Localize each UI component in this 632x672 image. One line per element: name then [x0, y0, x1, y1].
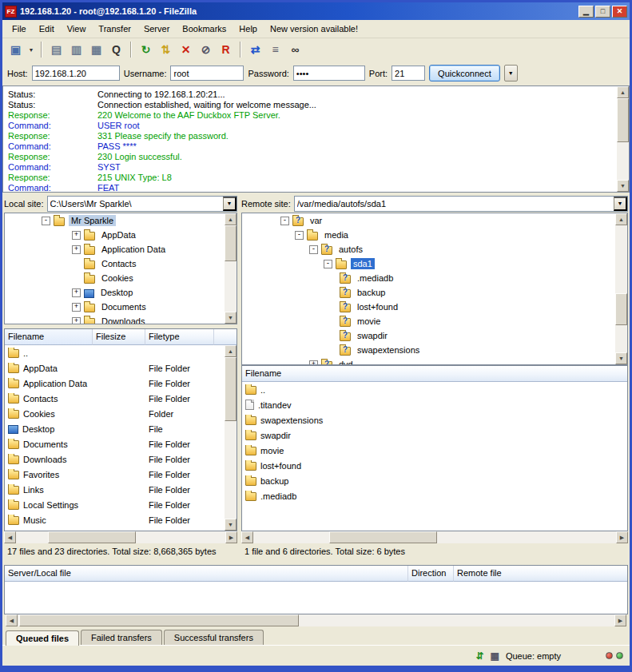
collapse-icon[interactable]	[295, 231, 304, 240]
scroll-down-icon[interactable]: ▼	[225, 519, 237, 531]
reconnect-icon[interactable]: R	[217, 41, 235, 58]
panel-icon[interactable]: ▦	[491, 650, 499, 662]
tree-item[interactable]: Cookies	[5, 271, 237, 285]
tab-successful-transfers[interactable]: Successful transfers	[164, 630, 264, 645]
host-input[interactable]	[32, 66, 120, 81]
file-row[interactable]: .mediadb	[242, 488, 627, 503]
find-files-icon[interactable]: ∞	[286, 41, 304, 58]
tab-queued-files[interactable]: Queued files	[6, 630, 79, 646]
tree-item-label[interactable]: backup	[355, 287, 388, 298]
file-row[interactable]: backup	[242, 473, 627, 488]
collapse-icon[interactable]	[42, 217, 50, 225]
quickconnect-dropdown-icon[interactable]: ▼	[504, 65, 518, 82]
tree-item[interactable]: dvd	[242, 357, 627, 365]
tree-item[interactable]: Desktop	[5, 285, 237, 300]
file-row[interactable]: MusicFile Folder	[5, 512, 237, 527]
tree-item[interactable]: .mediadb	[242, 271, 627, 285]
expand-icon[interactable]	[72, 245, 81, 254]
tab-failed-transfers[interactable]: Failed transfers	[81, 630, 162, 645]
file-row[interactable]: ContactsFile Folder	[5, 391, 237, 406]
password-input[interactable]	[293, 66, 365, 81]
file-row[interactable]: swapextensions	[242, 412, 627, 427]
local-site-combobox[interactable]: ▼	[47, 196, 237, 212]
process-queue-icon[interactable]: ⇅	[157, 41, 175, 58]
toggle-queue-icon[interactable]: Q	[107, 41, 125, 58]
disconnect-icon[interactable]: ⊘	[197, 41, 215, 58]
tree-item-label[interactable]: Mr Sparkle	[69, 215, 116, 226]
tree-item-label[interactable]: swapextensions	[355, 344, 422, 356]
expand-icon[interactable]	[72, 288, 81, 297]
local-list-vertical-scrollbar[interactable]: ▲ ▼	[225, 345, 237, 531]
site-manager-dropdown-icon[interactable]: ▼	[26, 41, 36, 58]
tree-item[interactable]: AppData	[5, 228, 237, 242]
remote-site-combobox[interactable]: ▼	[294, 196, 628, 212]
file-row[interactable]: lost+found	[242, 458, 627, 473]
scrollbar-thumb[interactable]	[615, 293, 627, 325]
updown-arrows-icon[interactable]: ⇵	[476, 650, 484, 662]
tree-item-label[interactable]: Desktop	[98, 287, 135, 298]
tree-item[interactable]: var	[242, 213, 627, 228]
scrollbar-thumb[interactable]	[225, 225, 237, 261]
tree-item[interactable]: sda1	[242, 256, 627, 271]
local-list-horizontal-scrollbar[interactable]: ◀ ▶	[4, 531, 237, 543]
menu-edit[interactable]: Edit	[33, 22, 61, 36]
queue-horizontal-scrollbar[interactable]: ◀ ▶	[6, 614, 626, 626]
file-row[interactable]: DesktopFile	[5, 421, 237, 436]
cancel-icon[interactable]: ✕	[177, 41, 195, 58]
scroll-right-icon[interactable]: ▶	[225, 531, 237, 543]
tree-item[interactable]: lost+found	[242, 300, 627, 314]
site-manager-icon[interactable]: ▣	[6, 41, 25, 58]
filesize-column-header[interactable]: Filesize	[93, 329, 145, 345]
expand-icon[interactable]	[72, 317, 81, 325]
tree-item-label[interactable]: autofs	[336, 244, 365, 255]
username-input[interactable]	[170, 66, 244, 81]
tree-item-label[interactable]: Contacts	[99, 258, 138, 269]
expand-icon[interactable]	[309, 360, 318, 366]
close-button[interactable]: ✕	[612, 6, 627, 18]
file-row[interactable]: DownloadsFile Folder	[5, 451, 237, 467]
title-bar[interactable]: FZ 192.168.1.20 - root@192.168.1.20 - Fi…	[2, 2, 630, 20]
remote-site-dropdown-icon[interactable]: ▼	[614, 197, 627, 211]
scrollbar-thumb[interactable]	[19, 614, 299, 626]
file-row[interactable]: .titandev	[242, 397, 627, 412]
expand-icon[interactable]	[72, 303, 81, 312]
tree-item-label[interactable]: lost+found	[355, 301, 400, 312]
file-row[interactable]: LinksFile Folder	[5, 482, 237, 497]
scroll-left-icon[interactable]: ◀	[4, 531, 16, 543]
maximize-button[interactable]: □	[595, 6, 610, 18]
menu-bookmarks[interactable]: Bookmarks	[176, 22, 233, 36]
tree-item-label[interactable]: var	[308, 215, 324, 226]
file-row[interactable]: Local SettingsFile Folder	[5, 497, 237, 512]
remote-tree-vertical-scrollbar[interactable]: ▲ ▼	[615, 213, 627, 364]
tree-item-label[interactable]: AppData	[99, 229, 138, 241]
tree-item-label[interactable]: sda1	[351, 258, 375, 269]
tree-item-label[interactable]: Downloads	[99, 316, 147, 324]
scroll-down-icon[interactable]: ▼	[225, 312, 237, 324]
scrollbar-thumb[interactable]	[225, 357, 237, 421]
scroll-down-icon[interactable]: ▼	[615, 352, 627, 364]
scroll-down-icon[interactable]: ▼	[617, 180, 629, 192]
file-row[interactable]: DocumentsFile Folder	[5, 436, 237, 451]
refresh-icon[interactable]: ↻	[137, 41, 155, 58]
tree-item-label[interactable]: movie	[355, 316, 383, 327]
menu-help[interactable]: Help	[233, 22, 264, 36]
tree-item-label[interactable]: .mediadb	[355, 272, 395, 284]
remote-list-horizontal-scrollbar[interactable]: ◀ ▶	[241, 531, 628, 543]
file-row[interactable]: swapdir	[242, 427, 627, 443]
file-row[interactable]: ..	[242, 382, 627, 397]
tree-item[interactable]: Application Data	[5, 242, 237, 256]
menu-view[interactable]: View	[61, 22, 93, 36]
tree-item[interactable]: backup	[242, 285, 627, 300]
file-row[interactable]: AppDataFile Folder	[5, 360, 237, 376]
tree-item-label[interactable]: media	[322, 229, 351, 241]
tree-item[interactable]: movie	[242, 314, 627, 328]
expand-icon[interactable]	[72, 231, 81, 240]
menu-file[interactable]: File	[6, 22, 33, 36]
scrollbar-thumb[interactable]	[329, 531, 437, 543]
menu-server[interactable]: Server	[137, 22, 176, 36]
scroll-up-icon[interactable]: ▲	[225, 213, 237, 225]
filename-column-header[interactable]: Filename	[5, 329, 93, 345]
file-row[interactable]: CookiesFolder	[5, 406, 237, 421]
tree-item-label[interactable]: Documents	[99, 301, 149, 312]
tree-item-label[interactable]: dvd	[336, 359, 356, 365]
